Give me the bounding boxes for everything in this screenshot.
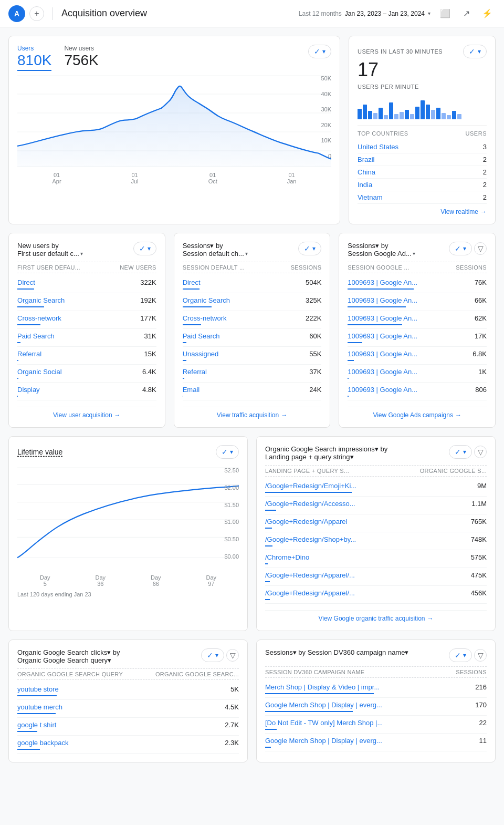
new-users-table-header: FIRST USER DEFAU... NEW USERS	[17, 262, 156, 273]
row-name[interactable]: 1009693 | Google An...	[348, 314, 417, 325]
sessions-google-compare-btn[interactable]: ✓ ▾	[449, 242, 472, 255]
page-title: Acquisition overview	[61, 8, 147, 19]
row-name[interactable]: 1009693 | Google An...	[348, 332, 417, 343]
row-name[interactable]: /Google+Redesign/Apparel	[265, 518, 347, 529]
organic-clicks-filter-icon[interactable]: ▽	[226, 649, 239, 662]
row-name[interactable]: Merch Shop | Display & Video | impr...	[265, 683, 380, 694]
row-name[interactable]: /Google+Redesign/Accesso...	[265, 500, 355, 511]
organic-clicks-compare-btn[interactable]: ✓ ▾	[201, 648, 224, 662]
users-per-minute-chart	[358, 94, 487, 119]
row-name[interactable]: Referral	[183, 368, 207, 379]
table-row: Paid Search 31K	[17, 329, 156, 347]
country-name[interactable]: China	[358, 168, 375, 176]
row-name[interactable]: Referral	[17, 350, 41, 361]
sessions-dv360-filter-icon[interactable]: ▽	[474, 649, 487, 662]
row-value: 6.8K	[472, 350, 487, 361]
view-user-acquisition-link[interactable]: View user acquisition →	[17, 407, 156, 419]
share-icon[interactable]: ⬜	[437, 5, 454, 22]
row-name[interactable]: Organic Search	[183, 296, 230, 307]
row-name[interactable]: youtube merch	[17, 703, 62, 714]
new-users-tab[interactable]: New users 756K	[64, 45, 98, 71]
row-value: 216	[475, 683, 487, 694]
ltv-compare-btn[interactable]: ✓ ▾	[216, 445, 239, 459]
bar-7	[389, 102, 393, 119]
country-name[interactable]: India	[358, 181, 372, 189]
compare-button[interactable]: ✓ ▾	[308, 45, 331, 58]
row-name[interactable]: youtube store	[17, 685, 59, 696]
row-name[interactable]: 1009693 | Google An...	[348, 296, 417, 307]
country-count: 2	[483, 168, 487, 176]
row-name[interactable]: /Google+Redesign/Apparel/...	[265, 571, 355, 582]
table-row: Direct 322K	[17, 275, 156, 293]
view-organic-link[interactable]: View Google organic traffic acquisition …	[265, 610, 487, 622]
view-traffic-acquisition-link[interactable]: View traffic acquisition →	[183, 407, 322, 419]
date-range-value: Jan 23, 2023 – Jan 23, 2024	[345, 10, 425, 17]
realtime-compare-button[interactable]: ✓ ▾	[463, 45, 487, 58]
row-name[interactable]: [Do Not Edit - TW only] Merch Shop |...	[265, 719, 383, 730]
users-tab[interactable]: Users 810K	[17, 45, 51, 71]
organic-compare-btn[interactable]: ✓ ▾	[449, 445, 472, 459]
row-name[interactable]: 1009693 | Google An...	[348, 350, 417, 361]
row-name[interactable]: Paid Search	[183, 332, 220, 343]
lifetime-value-card: Lifetime value ✓ ▾	[8, 436, 248, 631]
sessions-dv360-table-header: SESSION DV360 CAMPAIGN NAME SESSIONS	[265, 666, 487, 678]
row-name[interactable]: Google Merch Shop | Display | everg...	[265, 737, 382, 748]
row-name[interactable]: /Google+Redesign/Emoji+Ki...	[265, 482, 356, 493]
row-name[interactable]: Cross-network	[183, 314, 227, 325]
sessions-google-filter-icon[interactable]: ▽	[474, 242, 487, 255]
row-bar	[183, 324, 201, 325]
row-name[interactable]: Display	[17, 386, 40, 397]
date-range-selector[interactable]: Last 12 months Jan 23, 2023 – Jan 23, 20…	[299, 10, 430, 17]
ltv-note: Last 120 days ending Jan 23	[17, 591, 239, 597]
table-row: 1009693 | Google An... 66K	[348, 293, 487, 311]
row-bar	[183, 360, 186, 361]
export-icon[interactable]: ↗	[458, 5, 475, 22]
row-name[interactable]: /Google+Redesign/Shop+by...	[265, 535, 356, 546]
new-users-title-line2: First user default c...	[17, 250, 79, 257]
row-name[interactable]: Cross-network	[17, 314, 61, 325]
country-name[interactable]: United States	[358, 143, 398, 151]
sessions-dv360-compare-btn[interactable]: ✓ ▾	[449, 648, 472, 662]
row-name[interactable]: /Chrome+Dino	[265, 553, 309, 564]
add-property-button[interactable]: +	[29, 6, 44, 21]
row-name[interactable]: /Google+Redesign/Apparel/...	[265, 589, 355, 600]
row-name[interactable]: google t shirt	[17, 721, 56, 732]
row-name[interactable]: 1009693 | Google An...	[348, 279, 417, 290]
row-bar	[265, 693, 374, 694]
row-name[interactable]: Paid Search	[17, 332, 55, 343]
new-users-compare-btn[interactable]: ✓ ▾	[133, 242, 156, 255]
row-name[interactable]: Organic Social	[17, 368, 62, 379]
row-name[interactable]: 1009693 | Google An...	[348, 368, 417, 379]
view-google-ads-link[interactable]: View Google Ads campaigns →	[348, 407, 487, 419]
realtime-subtitle: USERS PER MINUTE	[358, 84, 487, 90]
new-users-dropdown-icon[interactable]: ▾	[80, 251, 83, 256]
new-users-tab-value: 756K	[64, 52, 98, 69]
row-bar	[17, 695, 57, 696]
row-name[interactable]: Organic Search	[17, 296, 65, 307]
ltv-y-150: $1.50	[218, 502, 239, 508]
ltv-y-000: $0.00	[218, 553, 239, 560]
country-name[interactable]: Brazil	[358, 156, 375, 163]
row-name[interactable]: 1009693 | Google An...	[348, 386, 417, 397]
sessions-google-dropdown-icon[interactable]: ▾	[413, 251, 415, 256]
row-name[interactable]: Direct	[183, 279, 201, 290]
view-realtime-link[interactable]: View realtime →	[358, 208, 487, 215]
row-name[interactable]: google backpack	[17, 739, 69, 750]
sessions-channel-compare-btn[interactable]: ✓ ▾	[298, 242, 321, 255]
row-name[interactable]: Email	[183, 386, 200, 397]
users-chart-card: Users 810K New users 756K ✓ ▾	[8, 36, 340, 224]
sessions-channel-dropdown-icon[interactable]: ▾	[245, 251, 248, 256]
insights-icon[interactable]: ⚡	[479, 5, 496, 22]
country-name[interactable]: Vietnam	[358, 193, 382, 201]
table-row: youtube merch 4.5K	[17, 700, 239, 718]
row-name[interactable]: Unassigned	[183, 350, 219, 361]
sessions-google-card: Sessions▾ by Session Google Ad... ▾ ✓ ▾ …	[339, 233, 496, 428]
row-name[interactable]: Google Merch Shop | Display | everg...	[265, 701, 382, 712]
row-bar	[265, 492, 352, 493]
organic-filter-icon[interactable]: ▽	[474, 446, 487, 458]
countries-col-right: USERS	[466, 130, 487, 137]
bar-10	[405, 110, 409, 119]
row-name[interactable]: Direct	[17, 279, 35, 290]
row-value: 22	[479, 719, 487, 730]
bar-8	[394, 114, 398, 119]
